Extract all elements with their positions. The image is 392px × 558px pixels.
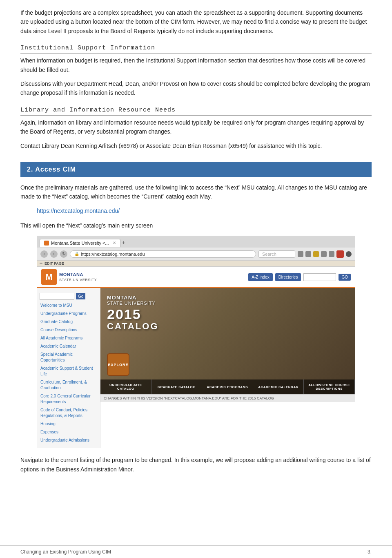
- sidebar-nav-link[interactable]: All Academic Programs: [37, 334, 100, 342]
- edit-page-label: EDIT PAGE: [45, 261, 64, 266]
- sidebar-nav-link[interactable]: Academic Support & Student Life: [37, 364, 100, 378]
- msu-logo-area: M MONTANA STATE UNIVERSITY: [41, 269, 97, 285]
- msu-name-line1: MONTANA: [59, 272, 83, 277]
- sidebar-nav-link[interactable]: Graduate Catalog: [37, 318, 100, 326]
- browser-body: ✏ EDIT PAGE M MONTANA STATE UNIVERSITY A…: [37, 261, 355, 448]
- sidebar-nav-link[interactable]: Code of Conduct, Policies, Regulations, …: [37, 406, 100, 420]
- sidebar-nav-link[interactable]: Curriculum, Enrollment, & Graduation: [37, 378, 100, 392]
- refresh-button[interactable]: ↻: [60, 250, 67, 258]
- access-cim-section: Once the preliminary materials are gathe…: [20, 183, 372, 474]
- az-index-button[interactable]: A-Z Index: [248, 273, 272, 281]
- access-cim-header-text: 2. Access CIM: [27, 166, 76, 173]
- msu-go-button[interactable]: GO: [339, 274, 351, 281]
- access-cim-para2: This will open the “Next” catalog’s main…: [20, 221, 372, 230]
- sidebar-nav-link[interactable]: Academic Calendar: [37, 342, 100, 350]
- msu-site-header: M MONTANA STATE UNIVERSITY A-Z Index Dir…: [37, 267, 355, 288]
- menu-icon1[interactable]: [321, 251, 327, 257]
- explore-badge: EXPLORE: [107, 353, 129, 376]
- hero-navigation-bar: UNDERGRADUATE CATALOGGRADUATE CATALOGACA…: [100, 379, 355, 394]
- browser-address-bar: ‹ › ↻ 🔒 https://nextcatalog.montana.edu …: [37, 248, 355, 261]
- library-para1: Again, information on library and inform…: [20, 118, 372, 136]
- hero-university-name-line1: MONTANA: [107, 295, 136, 301]
- lock-icon: 🔒: [74, 252, 79, 256]
- url-bar[interactable]: 🔒 https://nextcatalog.montana.edu: [70, 250, 256, 258]
- msu-m-logo: M: [41, 269, 57, 285]
- browser-tab-bar: Montana State University <... ✕ +: [37, 236, 355, 248]
- sidebar-nav-link[interactable]: Undergraduate Programs: [37, 310, 100, 318]
- sidebar-go-button[interactable]: Go: [76, 293, 85, 299]
- library-section: Library and Information Resource Needs A…: [20, 107, 372, 150]
- library-heading: Library and Information Resource Needs: [20, 107, 372, 116]
- search-placeholder: Search: [262, 252, 276, 257]
- sidebar-nav-link[interactable]: Undergraduate Admissions: [37, 436, 100, 444]
- home-icon[interactable]: [305, 251, 311, 257]
- forward-button[interactable]: ›: [50, 250, 58, 258]
- download-icon[interactable]: [298, 251, 303, 257]
- footer-page-number: 3.: [368, 549, 372, 555]
- menu-icon2[interactable]: [329, 251, 334, 257]
- hero-nav-item[interactable]: ACADEMIC CALENDAR: [253, 379, 304, 394]
- toolbar-icons: [298, 250, 352, 258]
- tab-label: Montana State University <...: [51, 241, 109, 246]
- page-content: If the budget projections are a complex …: [0, 0, 392, 506]
- hero-nav-item[interactable]: ACADEMIC PROGRAMS: [202, 379, 253, 394]
- tab-close-icon[interactable]: ✕: [113, 241, 116, 245]
- hero-university-name-line2: STATE UNIVERSITY: [107, 301, 156, 306]
- sidebar-nav-link[interactable]: Special Academic Opportunities: [37, 350, 100, 364]
- browser-search-input[interactable]: Search: [258, 250, 295, 258]
- browser-screenshot: Montana State University <... ✕ + ‹ › ↻ …: [37, 236, 355, 448]
- edit-page-icon: ✏: [40, 261, 43, 266]
- sidebar-nav-link[interactable]: Course Descriptions: [37, 326, 100, 334]
- sidebar-nav-link[interactable]: Expenses: [37, 428, 100, 436]
- msu-sidebar: Go Welcome to MSUUndergraduate ProgramsG…: [37, 288, 100, 448]
- hero-nav-item[interactable]: ALLOWSTONE COURSE DESCRIPTIONS: [304, 379, 355, 394]
- hero-catalog-text: CATALOG: [107, 321, 159, 332]
- institutional-support-heading: Institutional Support Information: [20, 45, 372, 54]
- sidebar-nav-link[interactable]: Housing: [37, 420, 100, 428]
- back-button[interactable]: ‹: [40, 250, 48, 258]
- hero-year: 2015: [107, 307, 141, 321]
- url-text: https://nextcatalog.montana.edu: [81, 252, 145, 257]
- directories-button[interactable]: Directories: [275, 273, 301, 281]
- msu-search-input[interactable]: [303, 273, 336, 281]
- bookmark-icon[interactable]: [313, 251, 319, 257]
- sidebar-nav-link[interactable]: Core 2.0 General Curricular Requirements: [37, 392, 100, 406]
- institutional-support-para1: When information on budget is required, …: [20, 56, 372, 74]
- new-tab-icon[interactable]: +: [122, 239, 125, 246]
- msu-hero-banner: MONTANA STATE UNIVERSITY 2015 CATALOG EX…: [100, 288, 355, 394]
- access-cim-header: 2. Access CIM: [20, 162, 372, 177]
- hero-nav-item[interactable]: GRADUATE CATALOG: [151, 379, 203, 394]
- page-footer: Changing an Existing Program Using CIM 3…: [0, 545, 392, 558]
- tab-favicon: [44, 241, 49, 246]
- nextcatalog-link[interactable]: https://nextcatalog.montana.edu/: [37, 208, 120, 214]
- sidebar-search-area: Go: [37, 291, 100, 301]
- institutional-support-para2: Discussions with your Department Head, D…: [20, 79, 372, 98]
- intro-block: If the budget projections are a complex …: [20, 8, 372, 36]
- menu-icon3[interactable]: [336, 250, 344, 258]
- menu-icon4[interactable]: [346, 251, 352, 257]
- sidebar-search-input[interactable]: [40, 293, 74, 300]
- browser-tab: Montana State University <... ✕: [40, 239, 120, 247]
- library-para2: Contact Library Dean Kenning Arlitsch (x…: [20, 141, 372, 150]
- msu-name: MONTANA STATE UNIVERSITY: [59, 272, 97, 282]
- msu-name-line2: STATE UNIVERSITY: [59, 278, 97, 283]
- msu-content-area: Go Welcome to MSUUndergraduate ProgramsG…: [37, 288, 355, 448]
- msu-main-area: MONTANA STATE UNIVERSITY 2015 CATALOG EX…: [100, 288, 355, 448]
- bottom-notice-bar: CHANGES WITHIN THIS VERSION "NEXTCATALOG…: [100, 394, 355, 402]
- msu-nav-right: A-Z Index Directories GO: [248, 273, 351, 281]
- hero-nav-item[interactable]: UNDERGRADUATE CATALOG: [100, 379, 151, 394]
- sidebar-links: Welcome to MSUUndergraduate ProgramsGrad…: [37, 301, 100, 444]
- access-cim-para3: Navigate to the current listing of the p…: [20, 455, 372, 474]
- sidebar-nav-link[interactable]: Welcome to MSU: [37, 301, 100, 310]
- edit-page-bar: ✏ EDIT PAGE: [37, 261, 355, 267]
- institutional-support-section: Institutional Support Information When i…: [20, 45, 372, 98]
- access-cim-para1: Once the preliminary materials are gathe…: [20, 183, 372, 201]
- footer-left-text: Changing an Existing Program Using CIM: [20, 549, 111, 555]
- intro-paragraph: If the budget projections are a complex …: [20, 8, 372, 36]
